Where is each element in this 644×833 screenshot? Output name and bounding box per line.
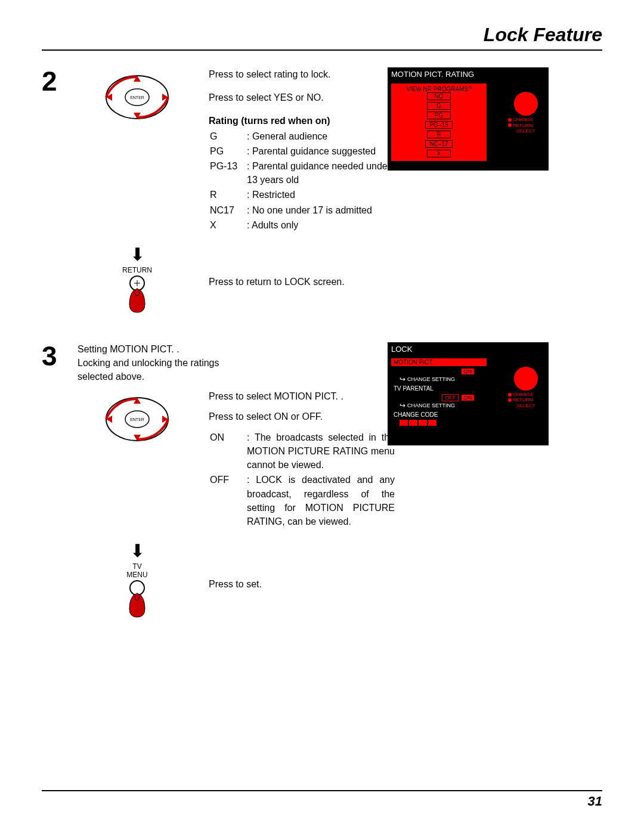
nav-return-2: RETURN [513, 397, 532, 403]
rk-nc17: NC17 [210, 203, 246, 217]
tvmenu-block: ⬇ TV MENU Press to set. [42, 535, 376, 623]
press-thumb-icon-2 [122, 579, 152, 621]
step3-row: 3 Setting MOTION PICT. . Locking and unl… [42, 342, 602, 629]
enter-label: ENTER [130, 95, 144, 100]
rk-x: X [210, 218, 246, 232]
step3-line2: Press to select ON or OFF. [209, 410, 400, 423]
arrow-icon-2 [400, 401, 405, 410]
step3-intro: 3 Setting MOTION PICT. . Locking and unl… [42, 342, 376, 384]
remote-diagram-2: ENTER [78, 389, 197, 451]
rating-table: G: General audience PG: Parental guidanc… [209, 128, 400, 233]
step2-block: 2 ENTER Press to select r [42, 67, 376, 233]
motion-on: ON [461, 368, 475, 375]
arrow-icon [400, 375, 405, 383]
on-desc: : The broadcasts selected in the MOTION … [247, 431, 398, 472]
on-key: ON [210, 431, 246, 472]
tv-parental-row: TV PARENTAL [391, 385, 487, 392]
svg-point-3 [135, 289, 140, 296]
pill-r: R [427, 131, 451, 138]
page-header: Lock Feature [42, 24, 602, 51]
rk-r: R [210, 188, 246, 202]
nav-change-2: CHANGE [513, 392, 533, 398]
parental-off: OFF [442, 394, 459, 401]
tv-parental-label: TV PARENTAL [394, 385, 434, 392]
motion-label: MOTION PICT. [394, 359, 434, 366]
step-number-2: 2 [42, 67, 66, 95]
rd-nc17: : No one under 17 is admitted [247, 203, 398, 217]
page-footer: 31 [42, 790, 602, 809]
rating-header: Rating (turns red when on) [209, 114, 400, 128]
off-key: OFF [210, 473, 246, 528]
pill-x: X [427, 150, 451, 157]
svg-point-7 [130, 581, 144, 595]
screen1-wrap: MOTION PICT. RATING VIEW NR PROGRAMS? NO… [388, 67, 555, 324]
step2-row: 2 ENTER Press to select r [42, 67, 602, 324]
pill-pg: PG [427, 112, 451, 119]
nav-dpad-icon [514, 92, 538, 116]
nav-select-2: SELECT [508, 403, 544, 409]
return-instr: Press to return to LOCK screen. [209, 239, 400, 289]
svg-text:ENTER: ENTER [130, 417, 144, 422]
pill-pg13: PG–13 [425, 121, 452, 129]
nav-dpad-icon-2 [514, 367, 538, 391]
tvmenu-thumb: ⬇ TV MENU [78, 535, 197, 623]
step3-line1: Press to select MOTION PICT. . [209, 389, 400, 403]
step2-line1: Press to select rating to lock. [209, 67, 400, 81]
off-desc: : LOCK is deactivated and any broadcast,… [247, 473, 398, 528]
rd-pg13: : Parental guidance needed under 13 year… [247, 159, 398, 187]
rk-pg13: PG-13 [210, 159, 246, 187]
screen2-wrap: LOCK MOTION PICT. ON CHANGE SETTING TV P… [388, 342, 555, 629]
step3-instructions: Press to select MOTION PICT. . Press to … [209, 389, 400, 529]
step3-intro2: Locking and unlocking the ratings select… [78, 358, 219, 382]
set-instr: Press to set. [209, 535, 400, 591]
parental-on: ON [461, 394, 475, 401]
motion-pict-rating-screen: MOTION PICT. RATING VIEW NR PROGRAMS? NO… [388, 67, 549, 171]
tvmenu-label1: TV [78, 562, 197, 571]
rd-r: : Restricted [247, 188, 398, 202]
change-code-row: CHANGE CODE [391, 411, 487, 419]
nav-change-1: CHANGE [513, 117, 533, 123]
page-number: 31 [588, 794, 602, 809]
on-off-table: ON: The broadcasts selected in the MOTIO… [209, 429, 400, 529]
return-label: RETURN [78, 266, 197, 274]
nav-return-1: RETURN [513, 123, 532, 129]
rd-x: : Adults only [247, 218, 398, 232]
rd-g: : General audience [247, 129, 398, 143]
remote-diagram-1: ENTER [78, 67, 197, 129]
nav-select-1: SELECT [508, 128, 544, 134]
down-arrow-icon-2: ⬇ [78, 540, 197, 561]
screen2-title: LOCK [388, 342, 549, 356]
down-arrow-icon: ⬇ [78, 244, 197, 265]
nav-cluster-1: CHANGE RETURN SELECT [508, 92, 544, 134]
step-number-3: 3 [42, 342, 66, 370]
pill-g: G [427, 102, 451, 110]
pill-nc17: NC–17 [425, 140, 452, 148]
page-title: Lock Feature [42, 24, 602, 46]
step2-instructions: Press to select rating to lock. Press to… [209, 67, 400, 233]
step3-intro1: Setting MOTION PICT. . [78, 344, 179, 354]
page-content: 2 ENTER Press to select r [42, 67, 602, 629]
motion-pict-row: MOTION PICT. [391, 358, 487, 366]
rating-panel: VIEW NR PROGRAMS? NO G PG PG–13 R NC–17 … [391, 83, 487, 161]
rk-g: G [210, 129, 246, 143]
return-thumb: ⬇ RETURN [78, 239, 197, 318]
dpad-icon-2: ENTER [95, 389, 179, 449]
code-boxes [391, 420, 487, 426]
change-setting-1: CHANGE SETTING [391, 375, 487, 385]
return-block: ⬇ RETURN Press to return to LOCK screen. [42, 239, 376, 318]
view-q: VIEW NR PROGRAMS? [406, 86, 471, 92]
lock-screen: LOCK MOTION PICT. ON CHANGE SETTING TV P… [388, 342, 549, 445]
no-pill: NO [427, 92, 451, 100]
screen1-title: MOTION PICT. RATING [388, 67, 549, 81]
tvmenu-label2: MENU [78, 571, 197, 579]
step3-block: ENTER Press to select MOTION PICT. . Pre… [42, 389, 376, 529]
svg-point-8 [135, 593, 140, 600]
press-thumb-icon [122, 274, 152, 316]
nav-cluster-2: CHANGE RETURN SELECT [508, 367, 544, 409]
dpad-icon: ENTER [95, 67, 179, 127]
change-setting-2: CHANGE SETTING [391, 401, 487, 411]
rk-pg: PG [210, 144, 246, 158]
rd-pg: : Parental guidance suggested [247, 144, 398, 158]
step2-line2: Press to select YES or NO. [209, 91, 400, 104]
